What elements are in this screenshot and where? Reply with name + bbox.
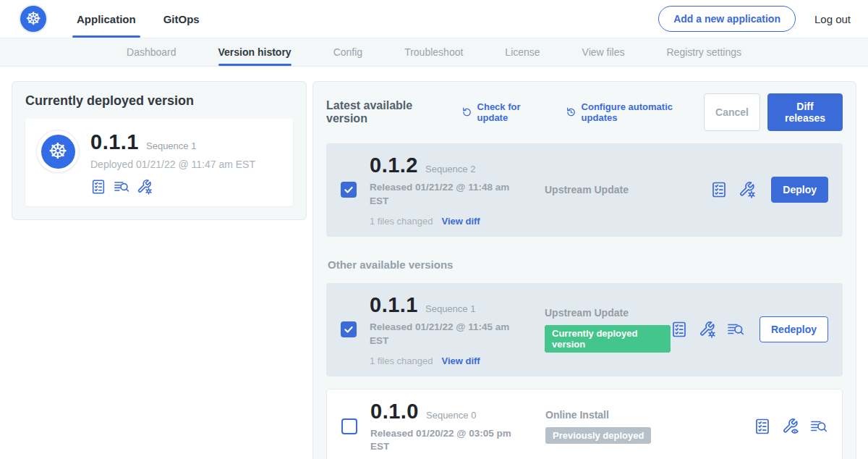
released-timestamp: Released 01/20/22 @ 03:05 pm EST xyxy=(370,427,515,455)
version-number: 0.1.1 xyxy=(370,293,418,317)
version-actions: Deploy xyxy=(710,177,828,203)
sequence-label: Sequence 2 xyxy=(425,164,475,174)
version-actions: Redeploy xyxy=(671,316,828,342)
top-navbar: ☸ Application GitOps Add a new applicati… xyxy=(0,0,868,38)
version-number: 0.1.0 xyxy=(370,400,419,424)
preflight-checklist-icon[interactable] xyxy=(671,321,688,338)
app-subnav: Dashboard Version history Config Trouble… xyxy=(0,38,868,67)
config-wrench-gear-icon[interactable] xyxy=(739,181,756,198)
clock-refresh-icon xyxy=(566,106,576,118)
subnav-view-files[interactable]: View files xyxy=(582,38,625,66)
preflight-checklist-icon[interactable] xyxy=(90,179,106,195)
version-number: 0.1.2 xyxy=(370,153,418,177)
preflight-checklist-icon[interactable] xyxy=(710,181,728,198)
version-checkbox-0-1-2[interactable] xyxy=(341,182,357,198)
view-diff-link[interactable]: View diff xyxy=(441,355,480,366)
available-versions-header: Latest available version Check for updat… xyxy=(326,93,843,131)
subnav-version-history[interactable]: Version history xyxy=(218,38,292,66)
subnav-dashboard[interactable]: Dashboard xyxy=(127,38,176,66)
released-timestamp: Released 01/21/22 @ 11:45 am EST xyxy=(370,321,514,348)
subnav-license[interactable]: License xyxy=(505,38,540,66)
deployed-version-box: ☸ 0.1.1 Sequence 1 Deployed 01/21/22 @ 1… xyxy=(25,119,293,206)
version-source: Upstream Update Currently deployed versi… xyxy=(537,307,671,353)
version-row-0-1-1: 0.1.1 Sequence 1 Released 01/21/22 @ 11:… xyxy=(326,283,843,376)
version-info: 0.1.0 Sequence 0 Released 01/20/22 @ 03:… xyxy=(370,400,538,455)
app-nav-tabs: Application GitOps xyxy=(77,0,200,38)
currently-deployed-badge: Currently deployed version xyxy=(545,325,671,353)
diff-releases-button[interactable]: Diff releases xyxy=(767,93,843,131)
available-versions-card: Latest available version Check for updat… xyxy=(312,81,856,459)
view-diff-files-icon[interactable] xyxy=(810,418,827,435)
kubernetes-logo-icon[interactable]: ☸ xyxy=(20,6,46,32)
version-checkbox-0-1-0[interactable] xyxy=(341,418,357,434)
config-wrench-gear-icon[interactable] xyxy=(699,321,716,338)
preflight-checklist-icon[interactable] xyxy=(754,418,771,435)
currently-deployed-card: Currently deployed version ☸ 0.1.1 Seque… xyxy=(12,81,307,220)
configure-automatic-updates-link[interactable]: Configure automatic updates xyxy=(566,101,705,123)
add-new-application-button[interactable]: Add a new application xyxy=(658,6,796,32)
subnav-troubleshoot[interactable]: Troubleshoot xyxy=(404,38,463,66)
checkmark-icon xyxy=(343,184,354,195)
deploy-button[interactable]: Deploy xyxy=(771,177,828,203)
redeploy-button[interactable]: Redeploy xyxy=(760,316,828,342)
deployed-version-info: 0.1.1 Sequence 1 Deployed 01/21/22 @ 11:… xyxy=(90,130,255,195)
version-info: 0.1.1 Sequence 1 Released 01/21/22 @ 11:… xyxy=(370,293,537,366)
app-logo-ring: ☸ xyxy=(37,130,79,172)
files-changed-label: 1 files changed xyxy=(370,216,433,227)
main-content: Currently deployed version ☸ 0.1.1 Seque… xyxy=(0,67,868,459)
config-wrench-gear-icon[interactable] xyxy=(137,179,153,195)
deployed-version-number: 0.1.1 xyxy=(90,130,139,154)
view-diff-link[interactable]: View diff xyxy=(441,216,480,227)
sequence-label: Sequence 0 xyxy=(426,410,476,421)
version-row-0-1-2: 0.1.2 Sequence 2 Released 01/21/22 @ 11:… xyxy=(326,143,843,237)
version-checkbox-0-1-1[interactable] xyxy=(341,321,357,337)
currently-deployed-title: Currently deployed version xyxy=(25,93,293,109)
files-changed-label: 1 files changed xyxy=(370,355,433,366)
kubernetes-app-icon: ☸ xyxy=(41,135,75,169)
version-row-0-1-0: 0.1.0 Sequence 0 Released 01/20/22 @ 03:… xyxy=(326,389,843,459)
version-info: 0.1.2 Sequence 2 Released 01/21/22 @ 11:… xyxy=(370,153,537,227)
version-source: Online Install Previously deployed xyxy=(538,409,754,444)
sequence-label: Sequence 1 xyxy=(425,303,475,314)
previously-deployed-badge: Previously deployed xyxy=(545,427,651,444)
config-wrench-eye-icon[interactable] xyxy=(782,418,799,435)
header-actions: Add a new application Log out xyxy=(658,6,851,32)
view-diff-files-icon[interactable] xyxy=(114,179,129,195)
deployed-timestamp: Deployed 01/21/22 @ 11:47 am EST xyxy=(90,159,255,170)
check-for-update-link[interactable]: Check for update xyxy=(461,101,550,123)
tab-gitops[interactable]: GitOps xyxy=(163,0,200,38)
released-timestamp: Released 01/21/22 @ 11:48 am EST xyxy=(370,181,514,209)
latest-available-title: Latest available version xyxy=(326,99,450,125)
subnav-registry-settings[interactable]: Registry settings xyxy=(667,38,741,66)
refresh-icon xyxy=(461,106,472,118)
cancel-button[interactable]: Cancel xyxy=(704,93,760,131)
deployed-sequence: Sequence 1 xyxy=(146,140,196,151)
version-actions xyxy=(754,418,827,435)
subnav-config[interactable]: Config xyxy=(333,38,362,66)
version-source: Upstream Update xyxy=(537,184,710,195)
other-available-versions-title: Other available versions xyxy=(328,258,843,271)
view-diff-files-icon[interactable] xyxy=(727,321,744,338)
logout-link[interactable]: Log out xyxy=(814,13,851,25)
tab-application[interactable]: Application xyxy=(77,0,136,38)
checkmark-icon xyxy=(343,324,354,335)
